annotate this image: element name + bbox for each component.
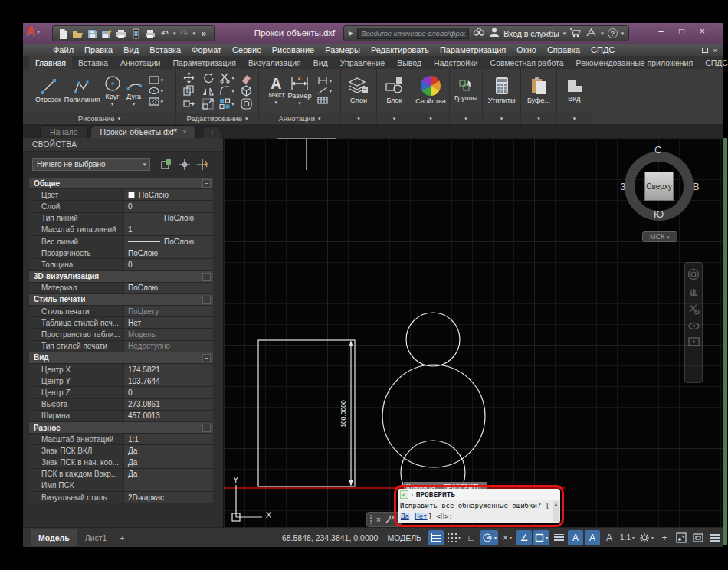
quick-select-icon[interactable] [196, 158, 209, 171]
annotation-scale-button[interactable]: 1:1▾ [618, 530, 636, 545]
open-folder-icon[interactable] [71, 28, 84, 40]
explode-tool[interactable] [241, 85, 252, 97]
chevron-down-icon[interactable]: ▾ [494, 535, 497, 540]
property-value[interactable]: ПоСлою [124, 189, 213, 200]
block-button[interactable]: Блок [385, 77, 405, 104]
mobile-publish-icon[interactable] [130, 28, 142, 40]
yes-link[interactable]: Да [400, 513, 410, 520]
save-icon[interactable] [86, 28, 98, 40]
polyline-button[interactable]: Полилиния [64, 77, 100, 104]
viewcube-east[interactable]: В [693, 181, 700, 192]
section-header[interactable]: Вид [29, 353, 49, 362]
section-header[interactable]: 3D-визуализация [29, 272, 99, 280]
undo-icon[interactable]: ↶ [159, 28, 171, 40]
panel-annotate-footer[interactable]: Аннотации▾ [259, 113, 340, 123]
collapse-section-button[interactable]: – [202, 296, 211, 304]
wcs-button[interactable]: МСК▾ [642, 231, 677, 242]
undo-dropdown-icon[interactable]: ▾ [173, 31, 176, 36]
autodesk-logo-icon[interactable] [585, 27, 597, 41]
property-value[interactable]: Нет [124, 317, 213, 328]
doc-restore-button[interactable] [702, 48, 708, 53]
menu-item[interactable]: Справка [542, 45, 585, 54]
wrench-icon[interactable] [385, 515, 394, 524]
doc-minimize-button[interactable]: – [694, 46, 697, 54]
model-tab[interactable]: Модель [31, 529, 77, 546]
rectangle-tool[interactable]: ▾ [149, 76, 164, 84]
property-value[interactable]: ПоЦвету [124, 306, 213, 316]
ribbon-tab[interactable]: Вывод [391, 56, 428, 69]
popup-scrollbar[interactable]: ▲ [553, 501, 559, 522]
no-link[interactable]: Нет [414, 513, 428, 520]
stretch-tool[interactable] [183, 98, 195, 110]
property-value[interactable]: Недоступно [124, 341, 213, 352]
workspace-switch-button[interactable]: ▾ [638, 530, 655, 545]
chevron-down-icon[interactable]: ▾ [411, 492, 414, 497]
layers-button[interactable]: Слои [348, 77, 369, 104]
customization-menu-button[interactable] [707, 530, 723, 545]
property-value[interactable]: Да [124, 445, 213, 456]
text-button[interactable]: А Текст ▾ [267, 76, 285, 106]
array-tool[interactable]: ▾ [219, 98, 234, 110]
maximize-button[interactable]: □ [671, 26, 692, 37]
property-value[interactable]: ПоСлою [124, 283, 213, 293]
drag-handle[interactable] [370, 515, 372, 524]
steering-wheel-icon[interactable] [687, 268, 700, 280]
help-dropdown-icon[interactable]: ▾ [621, 31, 625, 36]
add-layout-button[interactable]: + [114, 533, 130, 542]
collapse-section-button[interactable]: – [202, 179, 211, 188]
annotation-autoscale-toggle[interactable]: А [585, 530, 600, 545]
chevron-down-icon[interactable]: ▾ [632, 535, 635, 540]
file-tab-start[interactable]: Начало [40, 125, 88, 138]
selection-combo[interactable]: Ничего не выбрано ▾ [32, 158, 150, 171]
property-value[interactable]: 1 [124, 224, 213, 235]
scale-tool[interactable] [202, 98, 214, 110]
zoom-extents-icon[interactable] [688, 303, 700, 315]
orbit-icon[interactable] [688, 321, 700, 331]
viewcube-top-face[interactable]: Сверху [644, 172, 674, 201]
panel-layers-footer[interactable]: ▾ [341, 113, 376, 123]
menu-item[interactable]: Размеры [320, 45, 366, 54]
isolate-objects-button[interactable] [674, 530, 689, 545]
search-input[interactable] [357, 28, 469, 39]
menu-item[interactable]: Вставка [144, 45, 186, 54]
menu-item[interactable]: Вид [118, 45, 144, 54]
selection-cycling-toggle[interactable]: + [657, 530, 672, 545]
snap-toggle[interactable]: ▾ [445, 530, 462, 545]
clipboard-button[interactable]: Буфе... [527, 77, 550, 104]
menu-item[interactable]: Формат [186, 45, 227, 54]
collapse-section-button[interactable]: – [202, 424, 211, 432]
ribbon-tab[interactable]: Главная [29, 56, 72, 69]
dimension-button[interactable]: Размер ▾ [288, 75, 312, 106]
ribbon-tab[interactable]: Надстройки [428, 56, 484, 69]
line-button[interactable]: Отрезок [35, 77, 61, 104]
grid-toggle[interactable] [428, 530, 444, 545]
sign-in-dropdown-icon[interactable]: ▾ [563, 31, 566, 36]
chevron-down-icon[interactable]: ▾ [546, 535, 548, 540]
doc-close-button[interactable]: × [713, 46, 717, 54]
property-value[interactable]: Да [124, 469, 213, 480]
property-value[interactable]: 1:1 [124, 434, 213, 444]
arc-button[interactable]: Дуга ▾ [125, 74, 143, 107]
ribbon-tab[interactable]: СПДС 2019 [699, 56, 728, 69]
chevron-down-icon[interactable]: ▾ [458, 535, 461, 540]
batch-plot-icon[interactable] [115, 28, 127, 40]
collapse-section-button[interactable]: – [202, 273, 211, 281]
chevron-down-icon[interactable]: ▾ [510, 535, 512, 540]
save-as-icon[interactable] [100, 28, 113, 40]
navigation-bar[interactable] [684, 262, 703, 383]
property-value[interactable]: 2D-каркас [124, 492, 213, 503]
circle-button[interactable]: Круг ▾ [103, 74, 122, 107]
app-store-cart-icon[interactable] [569, 27, 582, 41]
menu-item[interactable]: СПДС [585, 45, 620, 54]
menu-item[interactable]: Сервис [227, 45, 267, 54]
close-button[interactable]: × [692, 26, 713, 37]
offset-tool[interactable] [241, 98, 252, 110]
hatch-tool[interactable]: ▾ [149, 97, 164, 106]
ribbon-tab[interactable]: Вид [307, 56, 334, 69]
property-value[interactable] [124, 480, 213, 491]
clean-screen-button[interactable] [690, 530, 706, 545]
ribbon-tab[interactable]: Параметризация [167, 56, 243, 69]
ellipse-tool[interactable]: ▾ [149, 87, 164, 95]
ribbon-tab[interactable]: Управление [334, 56, 391, 69]
utilities-button[interactable]: Утилиты [488, 77, 516, 104]
